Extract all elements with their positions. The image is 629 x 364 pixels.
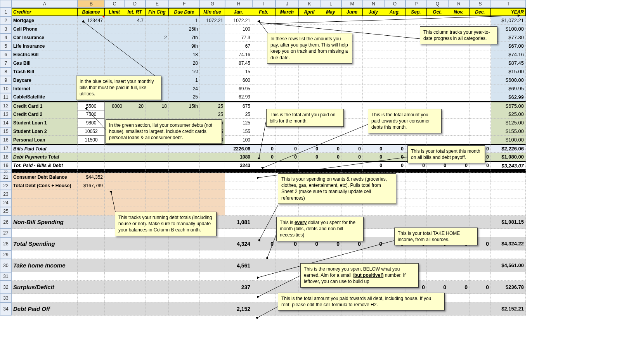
cell-31-I[interactable] xyxy=(252,272,276,281)
cell-21-I[interactable] xyxy=(252,173,276,181)
cell-31-B[interactable] xyxy=(78,272,105,281)
cell-26-A[interactable]: Non-Bill Spending xyxy=(12,216,78,229)
cell-8-I[interactable] xyxy=(252,67,276,76)
cell-19-H[interactable]: 3243 xyxy=(225,161,252,170)
header-G[interactable]: Min due xyxy=(200,8,225,16)
cell-2-F[interactable]: 1 xyxy=(169,16,200,25)
cell-19-D[interactable] xyxy=(124,161,146,170)
row-head-10[interactable]: 10 xyxy=(0,85,12,93)
cell-18-T[interactable]: $1,080.00 xyxy=(491,153,526,161)
cell-28-F[interactable] xyxy=(169,237,200,250)
cell-6-O[interactable] xyxy=(384,50,405,59)
cell-27-T[interactable] xyxy=(491,229,526,237)
cell-30-I[interactable] xyxy=(252,259,276,272)
cell-12-D[interactable]: 20 xyxy=(124,102,146,110)
cell-3-I[interactable] xyxy=(252,25,276,33)
cell-26-I[interactable] xyxy=(252,216,276,229)
cell-6-A[interactable]: Electric Bill xyxy=(12,50,78,59)
cell-16-M[interactable] xyxy=(341,136,363,144)
cell-28-A[interactable]: Total Spending xyxy=(12,237,78,250)
cell-29-K[interactable] xyxy=(299,250,320,259)
cell-23-P[interactable] xyxy=(405,190,427,198)
cell-30-F[interactable] xyxy=(169,259,200,272)
cell-12-R[interactable] xyxy=(448,102,470,110)
col-head-A[interactable]: A xyxy=(12,0,78,8)
cell-14-A[interactable]: Student Loan 1 xyxy=(12,119,78,127)
cell-29-T[interactable] xyxy=(491,250,526,259)
cell-12-T[interactable]: $675.00 xyxy=(491,102,526,110)
cell-15-R[interactable] xyxy=(448,127,470,136)
select-all[interactable] xyxy=(0,0,12,8)
row-head-22[interactable]: 22 xyxy=(0,181,12,190)
cell-32-R[interactable]: 0 xyxy=(448,281,470,294)
cell-19-O[interactable]: 0 xyxy=(384,161,405,170)
col-head-M[interactable]: M xyxy=(341,0,363,8)
cell-18-A[interactable]: Debt Payments Total xyxy=(12,153,78,161)
cell-9-R[interactable] xyxy=(448,76,470,85)
row-head-16[interactable]: 16 xyxy=(0,136,12,144)
cell-33-F[interactable] xyxy=(169,294,200,302)
cell-11-M[interactable] xyxy=(341,93,363,102)
cell-8-C[interactable] xyxy=(105,67,124,76)
cell-30-H[interactable]: 4,561 xyxy=(225,259,252,272)
cell-5-F[interactable]: 9th xyxy=(169,42,200,50)
cell-6-R[interactable] xyxy=(448,50,470,59)
cell-18-H[interactable]: 1080 xyxy=(225,153,252,161)
cell-7-G[interactable] xyxy=(200,59,225,67)
cell-31-E[interactable] xyxy=(146,272,169,281)
cell-15-I[interactable] xyxy=(252,127,276,136)
cell-33-E[interactable] xyxy=(146,294,169,302)
cell-13-G[interactable]: 25 xyxy=(200,110,225,119)
row-head-21[interactable]: 21 xyxy=(0,173,12,181)
cell-23-E[interactable] xyxy=(146,190,169,198)
cell-9-P[interactable] xyxy=(405,76,427,85)
cell-22-E[interactable] xyxy=(146,181,169,190)
header-J[interactable]: March xyxy=(276,8,299,16)
cell-17-L[interactable]: 0 xyxy=(320,144,341,153)
cell-24-S[interactable] xyxy=(470,198,491,207)
cell-19-F[interactable] xyxy=(169,161,200,170)
cell-10-G[interactable] xyxy=(200,85,225,93)
cell-28-D[interactable] xyxy=(124,237,146,250)
cell-15-M[interactable] xyxy=(341,127,363,136)
cell-30-B[interactable] xyxy=(78,259,105,272)
cell-11-J[interactable] xyxy=(276,93,299,102)
cell-28-N[interactable]: 0 xyxy=(363,237,384,250)
cell-31-T[interactable] xyxy=(491,272,526,281)
cell-26-T[interactable]: $1,081.15 xyxy=(491,216,526,229)
cell-9-O[interactable] xyxy=(384,76,405,85)
cell-34-D[interactable] xyxy=(124,302,146,316)
cell-31-J[interactable] xyxy=(276,272,299,281)
cell-10-R[interactable] xyxy=(448,85,470,93)
cell-4-H[interactable]: 77.3 xyxy=(225,33,252,42)
cell-31-F[interactable] xyxy=(169,272,200,281)
col-head-D[interactable]: D xyxy=(124,0,146,8)
cell-6-T[interactable]: $74.16 xyxy=(491,50,526,59)
cell-26-B[interactable] xyxy=(78,216,105,229)
cell-32-I[interactable] xyxy=(252,281,276,294)
col-head-C[interactable]: C xyxy=(105,0,124,8)
cell-17-I[interactable]: 0 xyxy=(252,144,276,153)
cell-33-R[interactable] xyxy=(448,294,470,302)
cell-29-C[interactable] xyxy=(105,250,124,259)
cell-18-O[interactable]: 0 xyxy=(384,153,405,161)
cell-24-T[interactable] xyxy=(491,198,526,207)
cell-22-B[interactable]: $167,799 xyxy=(78,181,105,190)
cell-29-P[interactable] xyxy=(405,250,427,259)
cell-9-A[interactable]: Daycare xyxy=(12,76,78,85)
cell-10-P[interactable] xyxy=(405,85,427,93)
cell-27-A[interactable] xyxy=(12,229,78,237)
cell-26-R[interactable] xyxy=(448,216,470,229)
header-L[interactable]: May xyxy=(320,8,341,16)
cell-17-N[interactable]: 0 xyxy=(363,144,384,153)
header-A[interactable]: Creditor xyxy=(12,8,78,16)
cell-18-I[interactable]: 0 xyxy=(252,153,276,161)
cell-7-B[interactable] xyxy=(78,59,105,67)
cell-6-F[interactable]: 18 xyxy=(169,50,200,59)
cell-34-F[interactable] xyxy=(169,302,200,316)
cell-19-E[interactable] xyxy=(146,161,169,170)
cell-29-G[interactable] xyxy=(200,250,225,259)
cell-28-C[interactable] xyxy=(105,237,124,250)
cell-32-H[interactable]: 237 xyxy=(225,281,252,294)
cell-34-A[interactable]: Debt Paid Off xyxy=(12,302,78,316)
